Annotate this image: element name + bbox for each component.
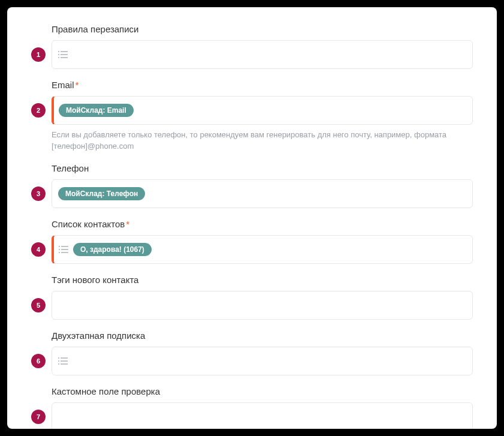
tag-prefix: МойСклад: — [65, 190, 104, 198]
field-label-text: Правила перезаписи — [52, 24, 139, 34]
field-label: Правила перезаписи — [52, 24, 473, 34]
form-card: Правила перезаписи1Email*2МойСклад: Emai… — [7, 7, 497, 429]
field-label-text: Кастомное поле проверка — [52, 386, 160, 396]
svg-rect-16 — [58, 363, 59, 365]
field-tag[interactable]: МойСклад: Телефон — [58, 187, 145, 200]
svg-rect-1 — [61, 51, 68, 52]
svg-rect-11 — [61, 252, 68, 253]
field-row: 1 — [31, 40, 473, 69]
field-input[interactable] — [52, 291, 473, 320]
field-label-text: Email — [52, 80, 74, 90]
svg-rect-3 — [61, 54, 68, 55]
svg-rect-5 — [61, 57, 68, 58]
field-label: Список контактов* — [52, 219, 473, 229]
svg-rect-12 — [58, 357, 59, 359]
field-group: Телефон3МойСклад: Телефон — [31, 163, 473, 208]
field-row: 7 — [31, 402, 473, 429]
required-mark: * — [76, 80, 79, 90]
field-label: Двухэтапная подписка — [52, 330, 473, 341]
field-label-text: Список контактов — [52, 219, 125, 229]
svg-rect-10 — [59, 252, 60, 253]
required-mark: * — [126, 219, 129, 229]
svg-rect-13 — [61, 357, 68, 359]
field-input[interactable]: МойСклад: Email — [52, 96, 473, 125]
svg-rect-6 — [59, 246, 60, 247]
tag-text: О, здарова! (1067) — [80, 245, 144, 254]
field-label: Телефон — [52, 163, 473, 173]
field-group: Двухэтапная подписка6 — [31, 330, 473, 375]
svg-rect-7 — [61, 246, 68, 247]
svg-rect-14 — [58, 360, 59, 362]
field-tag[interactable]: МойСклад: Email — [59, 104, 134, 117]
field-label: Email* — [52, 80, 473, 90]
field-group: Правила перезаписи1 — [31, 24, 473, 69]
svg-rect-4 — [58, 57, 59, 58]
tag-prefix: МойСклад: — [66, 106, 105, 115]
tag-text: Email — [105, 106, 126, 115]
field-label: Тэги нового контакта — [52, 275, 473, 285]
list-icon — [58, 357, 68, 365]
field-label-text: Телефон — [52, 163, 89, 173]
step-badge: 3 — [31, 187, 46, 201]
field-group: Кастомное поле проверка7 — [31, 386, 473, 429]
field-row: 2МойСклад: Email — [31, 96, 473, 125]
field-input[interactable] — [52, 347, 473, 375]
step-badge: 6 — [31, 354, 46, 368]
field-input[interactable]: МойСклад: Телефон — [52, 179, 473, 208]
field-input[interactable] — [52, 402, 473, 429]
field-input[interactable] — [52, 40, 473, 69]
field-group: Список контактов*4О, здарова! (1067) — [31, 219, 473, 264]
svg-rect-2 — [58, 54, 59, 55]
svg-rect-8 — [59, 249, 60, 250]
field-input[interactable]: О, здарова! (1067) — [52, 235, 473, 264]
field-group: Email*2МойСклад: EmailЕсли вы добавляете… — [31, 80, 473, 152]
list-icon — [58, 50, 68, 59]
field-row: 5 — [31, 291, 473, 320]
svg-rect-15 — [61, 360, 68, 362]
help-text: Если вы добавляете только телефон, то ре… — [52, 130, 459, 152]
svg-rect-0 — [58, 51, 59, 52]
tag-text: Телефон — [104, 190, 138, 198]
step-badge: 7 — [31, 410, 46, 424]
step-badge: 2 — [31, 103, 46, 118]
field-group: Тэги нового контакта5 — [31, 275, 473, 320]
field-row: 3МойСклад: Телефон — [31, 179, 473, 208]
field-label-text: Двухэтапная подписка — [52, 330, 145, 341]
field-row: 6 — [31, 347, 473, 375]
field-tag[interactable]: О, здарова! (1067) — [73, 243, 152, 256]
svg-rect-9 — [61, 249, 68, 250]
step-badge: 1 — [31, 47, 46, 62]
step-badge: 5 — [31, 298, 46, 312]
step-badge: 4 — [31, 242, 46, 257]
field-label-text: Тэги нового контакта — [52, 275, 138, 285]
field-row: 4О, здарова! (1067) — [31, 235, 473, 264]
list-icon — [59, 245, 68, 254]
field-label: Кастомное поле проверка — [52, 386, 473, 396]
svg-rect-17 — [61, 363, 68, 365]
